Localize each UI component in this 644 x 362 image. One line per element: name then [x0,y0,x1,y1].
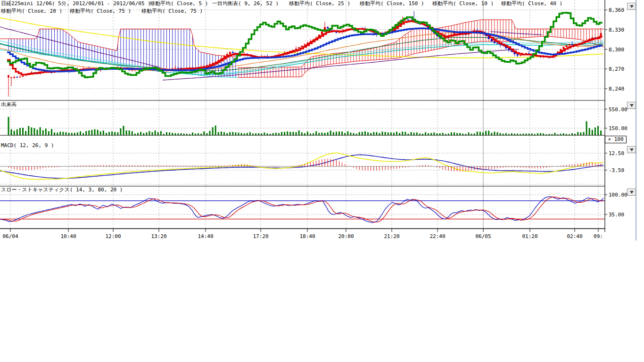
time-tick-label: 06/05 [475,233,491,239]
legend-ma-40: 移動平均( Close, 40 ) [501,0,562,7]
time-tick-label: 01:20 [522,233,537,239]
stochastics-panel [0,197,605,222]
legend-ma-150: 移動平均( Close, 150 ) [360,0,424,7]
window-right-border [636,0,636,240]
legend-ma-25: 移動平均( Close, 25 ) [289,0,350,7]
legend-ma-75a: 移動平均( Close, 75 ) [70,8,131,14]
volume-scale-dropdown[interactable] [627,102,636,109]
macd-scale-dropdown[interactable] [627,146,636,153]
legend-ma-20: 移動平均( Close, 20 ) [1,8,62,14]
axis-tick-label: 12.50 [609,150,624,156]
price-scale-dropdown[interactable] [627,3,636,10]
time-tick-label: 22:40 [429,233,445,239]
legend-ma-5: 移動平均( Close, 5 ) [150,0,208,7]
axis-tick-label: 550.00 [609,107,627,113]
chevron-down-icon [630,148,634,151]
axis-tick-label: 150.00 [609,125,627,132]
chevron-down-icon [630,104,634,107]
legend-ichimoku: 一目均衡表( 9, 26, 52 ) [212,0,279,7]
axis-tick-label: 8,330 [609,27,624,33]
chart-canvas[interactable]: 8,3608,3308,3008,2708,240550.00150.0012.… [0,0,644,243]
time-tick-label: 06/04 [2,233,18,239]
chevron-down-icon [630,191,634,194]
volume-panel-label: 出来高 [1,101,17,107]
legend-ma-10: 移動平均( Close, 10 ) [432,0,494,7]
axis-tick-label: 35.00 [609,212,624,218]
axis-tick-label: 8,240 [609,86,624,92]
volume-bars [8,117,602,135]
axis-tick-label: 100.00 [609,192,627,198]
time-tick-label: 09: [594,233,603,239]
axis-tick-label: 8,300 [609,47,624,53]
axis-tick-label: -3.50 [609,167,624,173]
gridlines [0,0,605,229]
axis-tick-label: 8,360 [609,7,624,13]
time-tick-label: 13:20 [151,233,166,239]
axes: 8,3608,3308,3008,2708,240550.00150.0012.… [0,0,627,239]
candlesticks [8,11,602,97]
stochastics-panel-label: スロー・ストキャスティクス( 14, 3, 80, 20 ) [1,187,123,193]
time-tick-label: 18:40 [299,233,315,239]
time-tick-label: 12:00 [105,233,121,239]
axis-tick-label: 8,270 [609,66,624,72]
chart-window: 8,3608,3308,3008,2708,240550.00150.0012.… [0,0,644,362]
time-tick-label: 02:40 [567,233,582,239]
macd-panel-label: MACD( 12, 26, 9 ) [1,142,54,148]
time-tick-label: 21:20 [384,233,399,239]
chart-title: 日経225mini 12/06( 5分, 2012/06/01 - 2012/0… [1,0,151,7]
stochastics-scale-dropdown[interactable] [627,189,636,196]
chevron-down-icon [630,5,634,8]
time-tick-label: 20:00 [338,233,354,239]
volume-multiplier-badge: × 100 [605,136,627,143]
time-tick-label: 17:20 [253,233,268,239]
time-tick-label: 10:40 [60,233,76,239]
time-tick-label: 14:40 [198,233,213,239]
legend-ma-75b: 移動平均( Close, 75 ) [141,8,203,14]
